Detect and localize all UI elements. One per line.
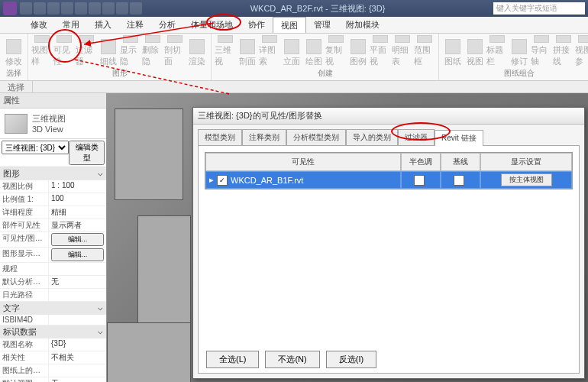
qat-icon[interactable] <box>34 2 46 15</box>
halftone-checkbox[interactable] <box>414 175 425 186</box>
tool-icon <box>445 39 460 54</box>
ribbon-tool[interactable]: 范围框 <box>414 35 435 67</box>
menu-体量和场地[interactable]: 体量和场地 <box>183 17 241 33</box>
ribbon-tool[interactable]: 导向轴 <box>531 35 552 67</box>
optionbar-label: 选择 <box>0 81 33 92</box>
props-row[interactable]: 比例值 1:100 <box>0 193 106 206</box>
dialog-tab[interactable]: 过滤器 <box>398 129 435 145</box>
tool-icon <box>123 35 138 43</box>
ribbon-tool[interactable]: 视图参 <box>575 35 588 67</box>
props-row[interactable]: 图纸上的标题 <box>0 364 106 377</box>
dialog-tab[interactable]: 模型类别 <box>198 129 242 145</box>
props-row[interactable]: 默认分析显示样式无 <box>0 276 106 289</box>
props-row[interactable]: 可见性/图形替换编辑... <box>0 232 106 248</box>
props-row[interactable]: 规程 <box>0 263 106 276</box>
props-section[interactable]: 图形⌵ <box>0 167 106 180</box>
qat-icon[interactable] <box>20 2 32 15</box>
invert-button[interactable]: 反选(I) <box>326 351 376 368</box>
ribbon-tool[interactable]: 过滤器 <box>76 35 97 67</box>
menu-附加模块[interactable]: 附加模块 <box>338 17 387 33</box>
ribbon-tool[interactable]: 图纸 <box>442 35 464 67</box>
tool-icon <box>189 39 205 54</box>
ribbon-tool[interactable]: 详图索 <box>259 35 280 67</box>
grid-header-halftone: 半色调 <box>401 153 441 171</box>
ribbon-tool[interactable]: 渲染 <box>186 35 208 67</box>
menu-分析[interactable]: 分析 <box>151 17 183 33</box>
select-none-button[interactable]: 不选(N) <box>265 351 319 368</box>
row-checkbox[interactable]: ✓ <box>217 175 228 186</box>
props-row[interactable]: 详细程度精细 <box>0 206 106 219</box>
view-type-selector[interactable]: 三维视图 3D View <box>0 108 106 139</box>
qat-icon[interactable] <box>102 2 115 15</box>
ribbon-tool[interactable]: 视图样 <box>31 35 53 67</box>
ribbon-tool[interactable]: 拼接线 <box>553 35 574 67</box>
underlay-checkbox[interactable] <box>454 175 464 186</box>
ribbon-tool[interactable]: 标题栏 <box>486 35 508 67</box>
props-row[interactable]: 图形显示选项编辑... <box>0 248 106 263</box>
select-all-button[interactable]: 全选(L) <box>206 351 259 368</box>
ribbon-tool[interactable]: 绘图 <box>303 35 325 67</box>
menu-协作[interactable]: 协作 <box>241 17 273 33</box>
display-settings-button[interactable]: 按主体视图 <box>501 173 552 186</box>
menu-插入[interactable]: 插入 <box>87 17 119 33</box>
ribbon-tool[interactable]: 三维视 <box>215 35 236 67</box>
menu-注释[interactable]: 注释 <box>119 17 151 33</box>
props-row[interactable]: 视图比例1 : 100 <box>0 180 106 193</box>
props-section[interactable]: 标识数据⌵ <box>0 325 106 338</box>
qat-icon[interactable] <box>116 2 128 15</box>
ribbon-tool[interactable]: 平面视 <box>370 35 391 67</box>
tool-icon <box>34 35 50 43</box>
viewtype-name: 三维视图 <box>32 113 66 125</box>
menu-修改[interactable]: 修改 <box>23 17 55 33</box>
tool-icon <box>534 35 549 43</box>
qat-icon[interactable] <box>130 2 142 15</box>
props-row[interactable]: ISBIM4D <box>0 315 106 325</box>
menu-管理[interactable]: 管理 <box>306 17 338 33</box>
edit-type-button[interactable]: 编辑类型 <box>69 141 105 165</box>
ribbon-tool[interactable]: 立面 <box>281 35 302 67</box>
ribbon-tool[interactable]: 复制视 <box>325 35 347 67</box>
qat-icon[interactable] <box>47 2 60 15</box>
ribbon-tool[interactable]: 剖切面 <box>164 35 186 67</box>
tool-icon <box>489 35 505 43</box>
viewtype-sub: 3D View <box>32 125 66 134</box>
ribbon-tool[interactable]: 修订 <box>509 35 530 67</box>
menu-常用[interactable]: 常用 <box>55 17 87 33</box>
edit-button[interactable]: 编辑... <box>51 233 104 246</box>
tool-icon <box>218 35 233 43</box>
search-input[interactable]: 键入关键字或短语 <box>493 2 585 15</box>
dialog-tab[interactable]: 导入的类别 <box>346 129 398 145</box>
ribbon-tool[interactable]: 图例 <box>347 35 369 67</box>
edit-button[interactable]: 编辑... <box>51 248 104 261</box>
view-combo[interactable]: 三维视图: {3D} <box>2 141 69 154</box>
properties-header: 属性 <box>0 93 106 108</box>
props-row[interactable]: 默认视图样板无 <box>0 377 106 382</box>
ribbon-tool[interactable]: 细线 <box>98 35 119 67</box>
link-row[interactable]: ▸✓WKCD_AR_B1F.rvt 按主体视图 <box>205 171 572 189</box>
dialog-tab[interactable]: Revit 链接 <box>435 130 483 146</box>
ribbon-tool[interactable]: 剖面 <box>237 35 258 67</box>
props-row[interactable]: 视图名称{3D} <box>0 338 106 351</box>
qat-icon[interactable] <box>89 2 101 15</box>
ribbon-group-label: 图形 <box>31 68 208 79</box>
ribbon-tool[interactable]: 可见性 <box>53 35 75 67</box>
ribbon-tool[interactable]: 明细表 <box>392 35 413 67</box>
ribbon-group-label: 选择 <box>3 68 24 79</box>
dialog-tab[interactable]: 分析模型类别 <box>286 129 346 145</box>
props-row[interactable]: 相关性不相关 <box>0 351 106 364</box>
props-row[interactable]: 日光路径 <box>0 289 106 302</box>
ribbon-group-label: 图纸组合 <box>442 68 588 79</box>
tool-icon <box>578 35 588 43</box>
ribbon-tool[interactable]: 删除隐 <box>142 35 163 67</box>
props-row[interactable]: 部件可见性显示两者 <box>0 219 106 232</box>
qat-icon[interactable] <box>61 2 73 15</box>
qat-icon[interactable] <box>75 2 87 15</box>
revit-logo <box>3 2 17 15</box>
grid-header-underlay: 基线 <box>441 153 480 171</box>
props-section[interactable]: 文字⌵ <box>0 302 106 315</box>
ribbon-tool[interactable]: 修改 <box>3 35 24 67</box>
ribbon-tool[interactable]: 视图 <box>464 35 486 67</box>
dialog-tab[interactable]: 注释类别 <box>242 129 286 145</box>
ribbon-tool[interactable]: 显示隐 <box>120 35 141 67</box>
menu-视图[interactable]: 视图 <box>273 17 306 33</box>
